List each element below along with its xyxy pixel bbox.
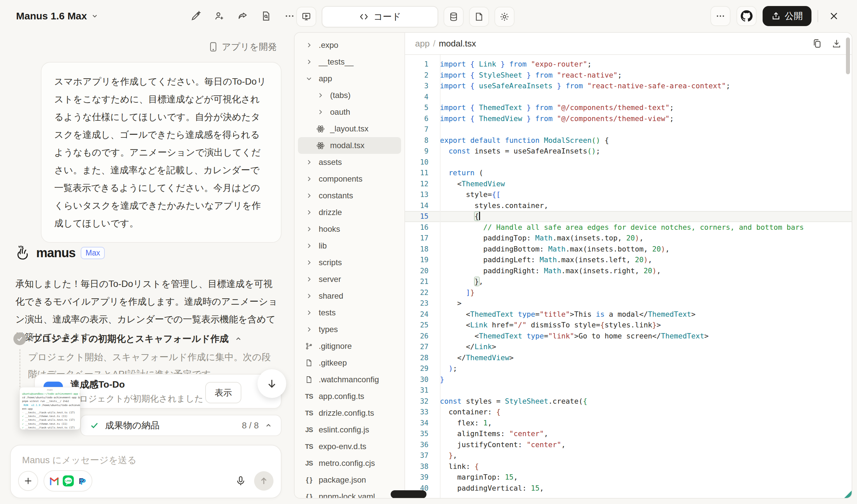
chevron-up-icon[interactable]: [265, 422, 272, 429]
code-line-35[interactable]: 35 alignItems: "center",: [405, 429, 852, 439]
add-user-button[interactable]: [209, 6, 229, 26]
code-line-24[interactable]: 24 <ThemedText type="title">This is a mo…: [405, 309, 852, 320]
download-button[interactable]: [831, 38, 842, 49]
tree-item-__tests__[interactable]: __tests__: [298, 53, 401, 70]
code-line-33[interactable]: 33 container: {: [405, 407, 852, 418]
tree-item-constants[interactable]: constants: [298, 187, 401, 204]
task-header[interactable]: プロジェクトの初期化とスキャフォールド作成: [13, 332, 242, 345]
tree-item-.expo[interactable]: .expo: [298, 37, 401, 53]
files-button[interactable]: [469, 7, 489, 27]
preview-button[interactable]: [296, 7, 316, 27]
code-line-38[interactable]: 38 link: {: [405, 461, 852, 472]
tree-item-shared[interactable]: shared: [298, 288, 401, 305]
message-input[interactable]: Manus にメッセージを送る LINE PP: [10, 445, 282, 498]
show-button[interactable]: 表示: [205, 382, 241, 403]
settings-button[interactable]: [494, 7, 515, 27]
tree-item-metro.config.cjs[interactable]: JSmetro.config.cjs: [298, 455, 401, 472]
github-button[interactable]: [737, 6, 757, 26]
tree-item-oauth[interactable]: oauth: [298, 104, 401, 120]
share-button[interactable]: [233, 6, 252, 26]
dev-app-label[interactable]: アプリを開発: [209, 41, 277, 53]
deliverables-bar[interactable]: 成果物の納品 8 / 8: [80, 415, 282, 436]
code-line-6[interactable]: 6import { ThemedView } from "@/component…: [405, 114, 852, 124]
tree-item-hooks[interactable]: hooks: [298, 221, 401, 238]
code-line-29[interactable]: 29 );: [405, 363, 852, 374]
code-line-2[interactable]: 2import { StyleSheet } from "react-nativ…: [405, 70, 852, 81]
code-line-12[interactable]: 12 <ThemedView: [405, 178, 852, 190]
tree-item-tests[interactable]: tests: [298, 305, 401, 321]
code-line-7[interactable]: 7: [405, 124, 852, 135]
tree-item-.gitignore[interactable]: .gitignore: [298, 338, 401, 354]
code-content[interactable]: 1import { Link } from "expo-router";2imp…: [405, 55, 852, 498]
tree-item-app[interactable]: app: [298, 70, 401, 87]
panel-more-button[interactable]: [710, 6, 730, 26]
code-line-13[interactable]: 13 style={[: [405, 189, 852, 200]
connectors-pill[interactable]: LINE PP: [44, 470, 93, 492]
code-line-9[interactable]: 9 const insets = useSafeAreaInsets();: [405, 146, 852, 157]
tree-item-drizzle.config.ts[interactable]: TSdrizzle.config.ts: [298, 405, 401, 421]
copy-button[interactable]: [812, 38, 822, 49]
code-line-39[interactable]: 39 marginTop: 15,: [405, 472, 852, 483]
tree-item-types[interactable]: types: [298, 321, 401, 338]
code-line-22[interactable]: 22 ]}: [405, 287, 852, 298]
code-line-31[interactable]: 31: [405, 385, 852, 396]
code-line-40[interactable]: 40 paddingVertical: 15,: [405, 483, 852, 494]
tree-item-lib[interactable]: lib: [298, 238, 401, 254]
code-line-1[interactable]: 1import { Link } from "expo-router";: [405, 59, 852, 70]
code-line-17[interactable]: 17 paddingTop: Math.max(insets.top, 20),: [405, 233, 852, 244]
session-title[interactable]: Manus 1.6 Max: [16, 0, 98, 32]
tree-item-package.json[interactable]: { }package.json: [298, 472, 401, 488]
tree-item-.watchmanconfig[interactable]: .watchmanconfig: [298, 371, 401, 388]
chevron-up-icon[interactable]: [235, 335, 242, 343]
code-line-14[interactable]: 14 styles.container,: [405, 200, 852, 211]
code-tab[interactable]: コード: [322, 6, 438, 28]
code-line-11[interactable]: 11 return (: [405, 168, 852, 178]
code-line-4[interactable]: 4: [405, 92, 852, 103]
tree-item-expo-env.d.ts[interactable]: TSexpo-env.d.ts: [298, 438, 401, 455]
database-button[interactable]: [443, 7, 464, 27]
scroll-down-button[interactable]: [257, 369, 286, 398]
code-line-5[interactable]: 5import { ThemedText } from "@/component…: [405, 102, 852, 114]
tree-scrollbar[interactable]: [391, 490, 426, 498]
scrollbar-thumb[interactable]: [846, 37, 850, 74]
code-line-23[interactable]: 23 >: [405, 298, 852, 309]
publish-button[interactable]: 公開: [762, 6, 811, 26]
mic-button[interactable]: [235, 475, 246, 486]
tree-item-scripts[interactable]: scripts: [298, 254, 401, 271]
code-line-32[interactable]: 32const styles = StyleSheet.create({: [405, 396, 852, 407]
code-line-34[interactable]: 34 flex: 1,: [405, 418, 852, 429]
tree-item-.gitkeep[interactable]: .gitkeep: [298, 354, 401, 371]
code-line-27[interactable]: 27 </Link>: [405, 342, 852, 352]
tree-item-app.config.ts[interactable]: TSapp.config.ts: [298, 388, 401, 405]
terminal-preview-popup[interactable]: main ubuntu@sandbox:~/todo-achievement-a…: [19, 387, 80, 430]
code-line-36[interactable]: 36 justifyContent: "center",: [405, 439, 852, 451]
file-search-button[interactable]: [256, 6, 276, 26]
send-button[interactable]: [254, 471, 273, 491]
breadcrumb-file[interactable]: modal.tsx: [439, 38, 476, 49]
attach-button[interactable]: [18, 471, 38, 491]
code-line-37[interactable]: 37 },: [405, 450, 852, 461]
tree-item-drizzle[interactable]: drizzle: [298, 204, 401, 221]
edit-button[interactable]: [186, 6, 205, 26]
code-line-3[interactable]: 3import { useSafeAreaInsets } from "reac…: [405, 81, 852, 92]
code-line-30[interactable]: 30}: [405, 374, 852, 385]
code-line-20[interactable]: 20 paddingRight: Math.max(insets.right, …: [405, 265, 852, 277]
code-line-25[interactable]: 25 <Link href="/" dismissTo style={style…: [405, 320, 852, 331]
code-line-26[interactable]: 26 <ThemedText type="link">Go to home sc…: [405, 331, 852, 342]
code-line-10[interactable]: 10: [405, 157, 852, 168]
tree-item-eslint.config.js[interactable]: JSeslint.config.js: [298, 421, 401, 438]
code-line-28[interactable]: 28 </ThemedView>: [405, 352, 852, 364]
code-line-8[interactable]: 8export default function ModalScreen() {: [405, 135, 852, 146]
code-line-16[interactable]: 16 // Handle all safe area edges for dev…: [405, 222, 852, 233]
tree-item-assets[interactable]: assets: [298, 154, 401, 171]
breadcrumb-dir[interactable]: app: [415, 38, 430, 49]
tree-item-server[interactable]: server: [298, 271, 401, 288]
code-line-19[interactable]: 19 paddingLeft: Math.max(insets.left, 20…: [405, 255, 852, 265]
code-line-21[interactable]: 21 },: [405, 276, 852, 287]
tree-item-modal.tsx[interactable]: modal.tsx: [298, 137, 401, 154]
tree-item-pnpm-lock.yaml[interactable]: { }pnpm-lock.yaml: [298, 488, 401, 498]
close-button[interactable]: [824, 6, 844, 26]
tree-item-components[interactable]: components: [298, 171, 401, 187]
tree-item-(tabs)[interactable]: (tabs): [298, 87, 401, 104]
code-line-18[interactable]: 18 paddingBottom: Math.max(insets.bottom…: [405, 244, 852, 255]
